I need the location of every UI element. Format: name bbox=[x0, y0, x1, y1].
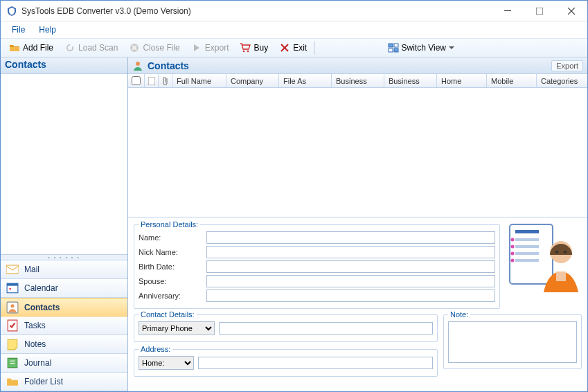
birth-label: Birth Date: bbox=[139, 262, 202, 271]
col-business-1[interactable]: Business bbox=[332, 74, 384, 87]
svg-rect-25 bbox=[515, 252, 539, 255]
svg-rect-22 bbox=[515, 230, 539, 233]
add-file-button[interactable]: Add File bbox=[3, 40, 59, 55]
svg-rect-24 bbox=[515, 245, 539, 248]
address-input[interactable] bbox=[198, 357, 433, 369]
svg-point-29 bbox=[511, 252, 515, 256]
maximize-button[interactable] bbox=[524, 1, 555, 21]
right-panel: Contacts Export Full Name Company File A… bbox=[128, 57, 587, 391]
svg-rect-26 bbox=[515, 259, 539, 262]
col-mobile[interactable]: Mobile bbox=[487, 74, 537, 87]
nick-input[interactable] bbox=[206, 246, 495, 258]
nav-label: Calendar bbox=[24, 283, 58, 293]
switch-view-button[interactable]: Switch View bbox=[382, 40, 460, 55]
main-area: Contacts • • • • • • Mail Calendar Conta… bbox=[1, 57, 587, 391]
svg-point-33 bbox=[564, 251, 567, 253]
nav-calendar[interactable]: Calendar bbox=[1, 279, 127, 298]
tasks-icon bbox=[6, 320, 19, 331]
left-panel-header: Contacts bbox=[1, 57, 127, 74]
spouse-input[interactable] bbox=[206, 275, 495, 287]
nav-label: Tasks bbox=[24, 321, 46, 330]
col-business-2[interactable]: Business bbox=[384, 74, 437, 87]
svg-rect-8 bbox=[394, 48, 398, 52]
buy-button[interactable]: Buy bbox=[234, 40, 274, 55]
svg-point-14 bbox=[10, 304, 14, 308]
close-file-button[interactable]: Close File bbox=[123, 40, 185, 55]
contact-details-group: Contact Details: Primary Phone bbox=[134, 310, 438, 342]
app-icon bbox=[6, 6, 17, 17]
svg-rect-5 bbox=[389, 44, 393, 47]
nav-folder-list[interactable]: Folder List bbox=[1, 373, 127, 391]
nav-journal[interactable]: Journal bbox=[1, 354, 127, 373]
close-button[interactable] bbox=[555, 1, 587, 21]
mail-icon bbox=[6, 264, 19, 275]
nav-tasks[interactable]: Tasks bbox=[1, 317, 127, 335]
svg-rect-1 bbox=[536, 8, 543, 15]
col-company[interactable]: Company bbox=[226, 74, 279, 87]
content-header: Contacts Export bbox=[128, 57, 587, 74]
titlebar: SysTools EDB Converter v3.0 (Demo Versio… bbox=[1, 1, 587, 21]
svg-rect-6 bbox=[394, 44, 398, 47]
menubar: File Help bbox=[1, 21, 587, 38]
nav-label: Journal bbox=[24, 358, 51, 368]
exit-button[interactable]: Exit bbox=[274, 40, 312, 55]
anniv-input[interactable] bbox=[206, 289, 495, 302]
phone-type-select[interactable]: Primary Phone bbox=[139, 321, 215, 335]
col-icon[interactable] bbox=[145, 74, 159, 87]
note-legend: Note: bbox=[448, 310, 470, 319]
nav-notes[interactable]: Notes bbox=[1, 335, 127, 354]
left-panel: Contacts • • • • • • Mail Calendar Conta… bbox=[1, 57, 128, 391]
address-legend: Address: bbox=[139, 345, 172, 353]
col-attachment[interactable] bbox=[159, 74, 172, 87]
details-pane: Personal Details: Name: Nick Name: Birth… bbox=[128, 217, 587, 391]
svg-point-28 bbox=[511, 245, 515, 249]
export-small-button[interactable]: Export bbox=[551, 60, 583, 71]
notes-icon bbox=[6, 339, 19, 350]
spouse-label: Spouse: bbox=[139, 277, 202, 285]
nav-mail[interactable]: Mail bbox=[1, 260, 127, 279]
svg-rect-7 bbox=[389, 48, 393, 52]
col-full-name[interactable]: Full Name bbox=[172, 74, 226, 87]
col-checkbox[interactable] bbox=[128, 74, 145, 87]
menu-file[interactable]: File bbox=[5, 23, 32, 37]
window-title: SysTools EDB Converter v3.0 (Demo Versio… bbox=[21, 6, 492, 16]
grid-header: Full Name Company File As Business Busin… bbox=[128, 74, 587, 88]
toolbar-separator bbox=[314, 41, 315, 55]
name-input[interactable] bbox=[206, 231, 495, 244]
folder-icon bbox=[6, 376, 19, 387]
phone-input[interactable] bbox=[219, 322, 433, 335]
col-file-as[interactable]: File As bbox=[279, 74, 332, 87]
nav-list: Mail Calendar Contacts Tasks Notes bbox=[1, 260, 127, 391]
content-title: Contacts bbox=[148, 60, 547, 71]
address-type-select[interactable]: Home: bbox=[139, 356, 194, 370]
svg-point-3 bbox=[243, 51, 245, 53]
select-all-checkbox[interactable] bbox=[132, 76, 141, 85]
minimize-button[interactable] bbox=[492, 1, 524, 21]
col-home[interactable]: Home bbox=[437, 74, 487, 87]
splitter-grip[interactable]: • • • • • • bbox=[1, 255, 127, 260]
svg-rect-0 bbox=[504, 10, 511, 11]
note-group: Note: bbox=[443, 310, 582, 369]
note-textarea[interactable] bbox=[448, 321, 577, 363]
cart-icon bbox=[240, 42, 251, 53]
load-scan-button[interactable]: Load Scan bbox=[59, 40, 123, 55]
anniv-label: Anniversary: bbox=[139, 292, 202, 300]
contact-legend: Contact Details: bbox=[139, 310, 197, 319]
refresh-icon bbox=[64, 42, 75, 53]
name-label: Name: bbox=[139, 233, 202, 242]
svg-point-4 bbox=[247, 51, 249, 53]
grid-body[interactable] bbox=[128, 88, 587, 217]
nav-label: Contacts bbox=[24, 303, 60, 312]
close-file-icon bbox=[129, 42, 140, 53]
birth-input[interactable] bbox=[206, 260, 495, 273]
nav-label: Mail bbox=[24, 265, 39, 274]
nav-contacts[interactable]: Contacts bbox=[1, 298, 127, 317]
contacts-header-icon bbox=[132, 60, 143, 71]
app-window: SysTools EDB Converter v3.0 (Demo Versio… bbox=[0, 0, 588, 392]
export-button[interactable]: Export bbox=[186, 40, 235, 55]
folder-open-icon bbox=[9, 42, 20, 53]
contacts-icon bbox=[6, 302, 19, 313]
col-categories[interactable]: Categories bbox=[537, 74, 587, 87]
folder-tree[interactable] bbox=[1, 74, 127, 255]
menu-help[interactable]: Help bbox=[32, 23, 63, 37]
